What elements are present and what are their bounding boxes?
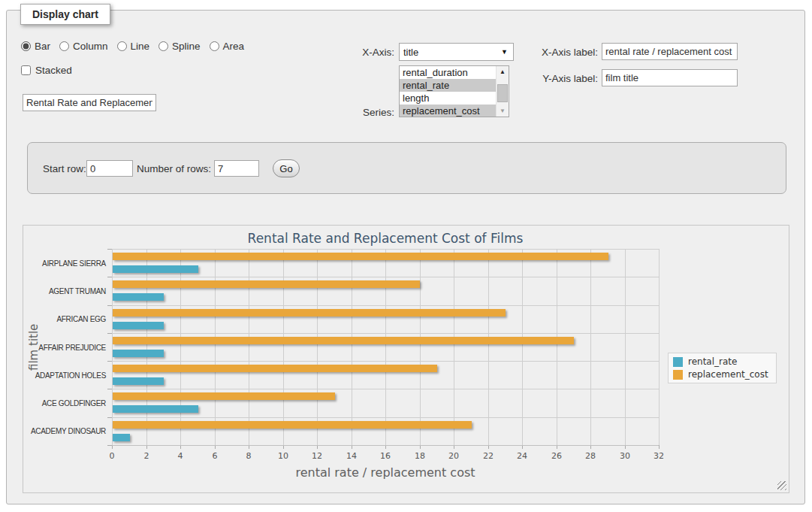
x-tick-label: 10: [270, 451, 296, 461]
category-label: AFRICAN EGG: [23, 315, 106, 323]
scroll-up-icon[interactable]: ▲: [497, 66, 509, 77]
x-tick-label: 26: [544, 451, 569, 461]
gridline: [625, 249, 626, 445]
series-scrollbar[interactable]: ▲ ▼: [496, 66, 509, 117]
bar-rental_rate: [113, 322, 164, 329]
chart-type-radio-group: BarColumnLineSplineArea: [21, 41, 244, 52]
stacked-checkbox[interactable]: [21, 65, 31, 75]
stacked-option[interactable]: Stacked: [21, 65, 72, 76]
chart-type-option-area[interactable]: Area: [210, 41, 245, 52]
scrollbar-thumb[interactable]: [497, 84, 508, 102]
gridline: [283, 249, 284, 445]
gridline: [180, 249, 181, 445]
stacked-label: Stacked: [35, 65, 72, 76]
chart-type-radio[interactable]: [158, 41, 168, 51]
scroll-down-icon[interactable]: ▼: [497, 105, 509, 117]
bar-rental_rate: [113, 377, 164, 385]
number-of-rows-label: Number of rows:: [137, 163, 211, 174]
y-tick: [107, 361, 112, 362]
series-listbox[interactable]: rental_durationrental_ratelengthreplacem…: [399, 65, 509, 117]
x-tick-label: 20: [441, 451, 466, 461]
gridline: [112, 417, 659, 418]
legend-item-replacement_cost[interactable]: replacement_cost: [673, 369, 768, 380]
gridline: [146, 249, 147, 445]
x-axis-label-input[interactable]: [602, 43, 738, 60]
chart-type-option-line[interactable]: Line: [117, 41, 150, 52]
chart-type-option-bar[interactable]: Bar: [21, 41, 50, 52]
bar-replacement_cost: [113, 253, 608, 260]
series-options: rental_durationrental_ratelengthreplacem…: [400, 66, 496, 117]
gridline: [659, 249, 660, 445]
y-tick: [107, 305, 112, 306]
resize-grip-icon[interactable]: [777, 481, 786, 490]
chart-type-option-column[interactable]: Column: [59, 41, 108, 52]
series-option-length[interactable]: length: [400, 92, 496, 105]
y-tick: [107, 417, 112, 418]
bar-rental_rate: [113, 293, 164, 301]
chart-x-axis-title: rental rate / replacement cost: [112, 465, 659, 480]
bar-rental_rate: [113, 350, 164, 357]
gridline: [112, 249, 113, 445]
series-option-rental_duration[interactable]: rental_duration: [400, 66, 496, 79]
gridline: [215, 249, 216, 445]
start-row-label: Start row:: [43, 163, 86, 174]
x-tick-label: 4: [168, 451, 193, 461]
gridline: [112, 277, 659, 277]
chart-container: Rental Rate and Replacement Cost of Film…: [23, 225, 789, 493]
category-label: AFFAIR PREJUDICE: [23, 344, 106, 352]
y-tick: [107, 249, 112, 250]
gridline: [522, 249, 523, 445]
gridline: [112, 333, 659, 334]
chart-type-radio[interactable]: [117, 41, 127, 51]
chart-type-radio[interactable]: [210, 41, 219, 51]
x-tick-label: 12: [304, 451, 330, 461]
chevron-down-icon: ▼: [501, 49, 508, 56]
chart-legend: rental_ratereplacement_cost: [668, 353, 777, 383]
gridline: [249, 249, 249, 445]
x-axis-select[interactable]: title ▼: [399, 43, 514, 61]
series-option-replacement_cost[interactable]: replacement_cost: [400, 105, 496, 117]
chart-type-radio[interactable]: [59, 41, 69, 51]
bar-replacement_cost: [113, 280, 420, 288]
bar-rental_rate: [113, 265, 198, 273]
category-label: AGENT TRUMAN: [23, 287, 106, 295]
gridline: [557, 249, 557, 445]
x-tick-label: 14: [339, 451, 364, 461]
bar-replacement_cost: [113, 337, 574, 344]
x-axis-select-label: X-Axis:: [323, 47, 394, 58]
x-tick-label: 30: [612, 451, 638, 461]
chart-type-option-label: Area: [223, 41, 245, 52]
legend-item-rental_rate[interactable]: rental_rate: [673, 356, 768, 367]
chart-type-option-label: Line: [131, 41, 150, 52]
series-option-rental_rate[interactable]: rental_rate: [400, 79, 496, 92]
chart-type-option-spline[interactable]: Spline: [158, 41, 201, 52]
y-tick: [107, 277, 112, 277]
x-tick-label: 8: [236, 451, 261, 461]
chart-type-option-label: Spline: [172, 41, 201, 52]
bar-replacement_cost: [113, 421, 472, 429]
chart-title: Rental Rate and Replacement Cost of Film…: [112, 231, 659, 246]
y-axis-label-label: Y-Axis label:: [526, 73, 598, 84]
x-tick-label: 28: [578, 451, 603, 461]
number-of-rows-input[interactable]: [214, 160, 259, 177]
gridline: [352, 249, 352, 445]
x-axis-selected-value: title: [403, 47, 418, 58]
gridline: [112, 361, 659, 362]
y-tick: [107, 389, 112, 389]
y-axis-label-input[interactable]: [602, 69, 738, 86]
legend-label: rental_rate: [688, 356, 737, 367]
chart-title-input[interactable]: [23, 94, 156, 111]
fieldset-legend: Display chart: [20, 4, 110, 25]
gridline: [112, 389, 659, 389]
chart-type-radio[interactable]: [21, 41, 31, 51]
x-tick-label: 24: [509, 451, 535, 461]
start-row-input[interactable]: [86, 160, 133, 177]
gridline: [488, 249, 489, 445]
go-button[interactable]: Go: [273, 159, 300, 177]
x-tick-label: 32: [646, 451, 672, 461]
gridline: [112, 249, 659, 250]
gridline: [112, 305, 659, 306]
x-tick: [659, 445, 660, 449]
chart-type-option-label: Bar: [35, 41, 50, 52]
category-label: AIRPLANE SIERRA: [23, 259, 106, 268]
